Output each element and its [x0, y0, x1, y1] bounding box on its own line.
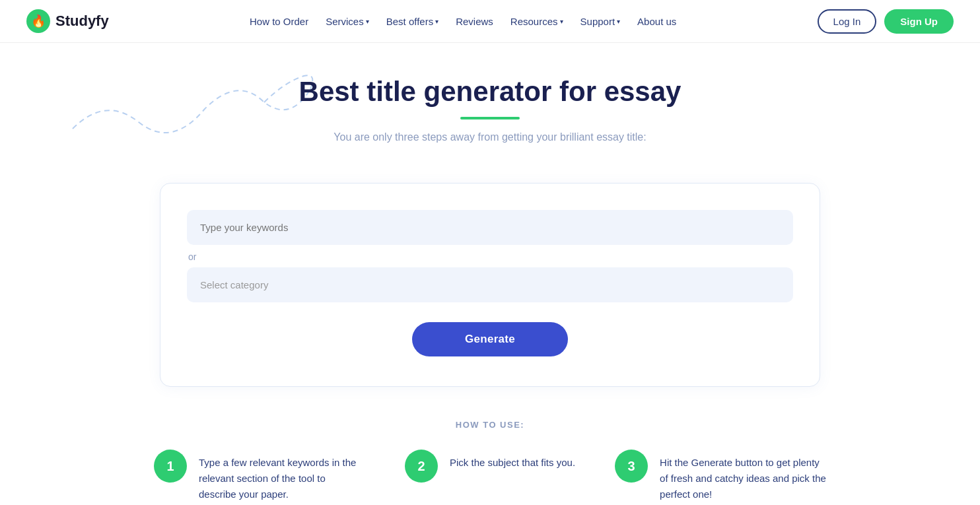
- step-3-number: 3: [615, 450, 648, 483]
- nav-about-us-label: About us: [637, 16, 676, 27]
- resources-chevron-icon: ▾: [560, 18, 563, 25]
- nav-about-us[interactable]: About us: [631, 12, 683, 31]
- main-nav: How to Order Services ▾ Best offers ▾ Re…: [243, 12, 683, 31]
- step-1: 1 Type a few relevant keywords in the re…: [154, 450, 365, 502]
- generator-card: or Select category Generate: [160, 183, 820, 387]
- nav-services[interactable]: Services ▾: [319, 12, 376, 31]
- best-offers-chevron-icon: ▾: [435, 18, 438, 25]
- nav-support[interactable]: Support ▾: [574, 12, 627, 31]
- header: 🔥 Studyfy How to Order Services ▾ Best o…: [0, 0, 980, 43]
- generate-button[interactable]: Generate: [412, 322, 568, 356]
- nav-best-offers[interactable]: Best offers ▾: [380, 12, 445, 31]
- nav-reviews-label: Reviews: [456, 16, 493, 27]
- step-2-text: Pick the subject that fits you.: [450, 450, 575, 471]
- nav-how-to-order[interactable]: How to Order: [243, 12, 315, 31]
- logo-icon: 🔥: [26, 9, 50, 33]
- step-3: 3 Hit the Generate button to get plenty …: [615, 450, 826, 502]
- how-to-use-label: HOW TO USE:: [120, 420, 860, 430]
- steps-container: 1 Type a few relevant keywords in the re…: [120, 450, 860, 502]
- step-1-text: Type a few relevant keywords in the rele…: [199, 450, 365, 502]
- hero-underline: [460, 117, 520, 119]
- nav-services-label: Services: [326, 16, 364, 27]
- step-2-number: 2: [405, 450, 438, 483]
- step-3-text: Hit the Generate button to get plenty of…: [660, 450, 826, 502]
- nav-reviews[interactable]: Reviews: [449, 12, 500, 31]
- nav-resources-label: Resources: [510, 16, 558, 27]
- nav-support-label: Support: [580, 16, 615, 27]
- keyword-input[interactable]: [187, 210, 793, 245]
- how-to-use-section: HOW TO USE: 1 Type a few relevant keywor…: [94, 413, 886, 505]
- nav-best-offers-label: Best offers: [386, 16, 433, 27]
- hero-subtitle: You are only three steps away from getti…: [26, 131, 954, 143]
- signup-button[interactable]: Sign Up: [884, 9, 954, 34]
- hero-section: Best title generator for essay You are o…: [0, 43, 980, 183]
- nav-resources[interactable]: Resources ▾: [504, 12, 570, 31]
- header-buttons: Log In Sign Up: [818, 9, 954, 34]
- or-label: or: [187, 252, 793, 262]
- hero-title: Best title generator for essay: [26, 76, 954, 108]
- logo[interactable]: 🔥 Studyfy: [26, 9, 109, 33]
- category-select[interactable]: Select category: [187, 267, 793, 302]
- services-chevron-icon: ▾: [366, 18, 369, 25]
- nav-how-to-order-label: How to Order: [250, 16, 308, 27]
- login-button[interactable]: Log In: [818, 9, 877, 34]
- logo-text: Studyfy: [55, 13, 109, 30]
- step-1-number: 1: [154, 450, 187, 483]
- support-chevron-icon: ▾: [617, 18, 620, 25]
- step-2: 2 Pick the subject that fits you.: [405, 450, 575, 483]
